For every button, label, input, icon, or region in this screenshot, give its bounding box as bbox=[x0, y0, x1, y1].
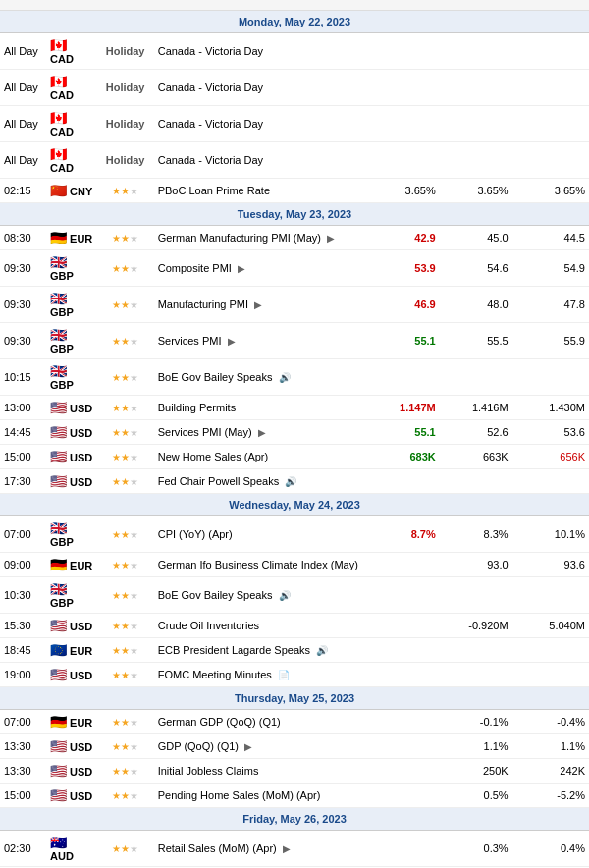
actual-value: 3.65% bbox=[405, 185, 436, 196]
speaker-icon: 🔊 bbox=[279, 590, 291, 601]
actual-value: 55.1 bbox=[414, 426, 435, 438]
col-header-imp bbox=[96, 0, 153, 11]
star-2-icon: ★ bbox=[121, 717, 130, 728]
event-currency: 🇺🇸 USD bbox=[46, 469, 96, 494]
speaker-icon: 🔊 bbox=[285, 476, 296, 487]
forecast-value: 48.0 bbox=[487, 298, 508, 310]
table-row: 13:30🇺🇸 USD★★★GDP (QoQ) (Q1) ▶1.1%1.1% bbox=[0, 734, 589, 759]
event-name: Manufacturing PMI ▶ bbox=[154, 287, 374, 323]
event-text: Canada - Victoria Day bbox=[158, 81, 263, 93]
event-name: Canada - Victoria Day bbox=[154, 33, 374, 70]
event-name: German GDP (QoQ) (Q1) bbox=[154, 710, 374, 734]
forecast-value: 1.416M bbox=[472, 402, 509, 413]
day-header-label: Thursday, May 25, 2023 bbox=[0, 687, 589, 710]
flag-icon: 🇺🇸 bbox=[50, 738, 67, 754]
star-3-icon: ★ bbox=[130, 670, 138, 680]
flag-icon: 🇺🇸 bbox=[50, 473, 67, 489]
star-2-icon: ★ bbox=[121, 621, 130, 631]
flag-icon: 🇬🇧 bbox=[50, 327, 67, 343]
star-1-icon: ★ bbox=[112, 476, 121, 487]
event-previous bbox=[512, 638, 589, 663]
event-actual bbox=[374, 638, 440, 663]
star-3-icon: ★ bbox=[130, 790, 138, 801]
star-1-icon: ★ bbox=[112, 233, 121, 244]
forecast-value: 0.5% bbox=[484, 789, 509, 801]
event-name: Pending Home Sales (MoM) (Apr) bbox=[154, 784, 374, 808]
currency-label: CAD bbox=[50, 53, 74, 65]
table-row: 09:00🇩🇪 EUR★★★German Ifo Business Climat… bbox=[0, 553, 589, 577]
event-currency: 🇺🇸 USD bbox=[46, 663, 96, 687]
day-header-row: Wednesday, May 24, 2023 bbox=[0, 494, 589, 516]
event-text: Fed Chair Powell Speaks bbox=[158, 475, 280, 487]
event-currency: 🇺🇸 USD bbox=[46, 759, 96, 784]
star-2-icon: ★ bbox=[121, 336, 130, 347]
star-2-icon: ★ bbox=[121, 560, 130, 570]
event-time: 09:30 bbox=[0, 287, 46, 323]
event-forecast: 663K bbox=[440, 445, 512, 469]
actual-value: 42.9 bbox=[414, 232, 435, 244]
star-2-icon: ★ bbox=[121, 299, 130, 310]
event-name: PBoC Loan Prime Rate bbox=[154, 179, 374, 203]
holiday-label: Holiday bbox=[106, 45, 145, 57]
event-time: 10:30 bbox=[0, 577, 46, 614]
event-name: German Manufacturing PMI (May) ▶ bbox=[154, 226, 374, 250]
revision-icon: ▶ bbox=[327, 233, 335, 244]
event-time: 09:30 bbox=[0, 323, 46, 359]
event-forecast bbox=[440, 70, 512, 106]
star-1-icon: ★ bbox=[112, 741, 121, 752]
star-3-icon: ★ bbox=[130, 741, 138, 752]
event-importance: ★★★ bbox=[96, 179, 153, 203]
event-time: All Day bbox=[0, 33, 46, 70]
holiday-label: Holiday bbox=[106, 154, 145, 166]
star-3-icon: ★ bbox=[130, 843, 138, 854]
actual-value: 46.9 bbox=[414, 298, 435, 310]
star-1-icon: ★ bbox=[112, 263, 121, 274]
event-actual bbox=[374, 553, 440, 577]
event-currency: 🇩🇪 EUR bbox=[46, 553, 96, 577]
event-forecast bbox=[440, 33, 512, 70]
star-3-icon: ★ bbox=[130, 476, 138, 487]
flag-icon: 🇬🇧 bbox=[50, 363, 67, 379]
star-2-icon: ★ bbox=[121, 790, 130, 801]
table-row: 09:30🇬🇧 GBP★★★Services PMI ▶55.155.555.9 bbox=[0, 323, 589, 359]
event-forecast: 93.0 bbox=[440, 553, 512, 577]
table-row: 15:00🇺🇸 USD★★★New Home Sales (Apr)683K66… bbox=[0, 445, 589, 469]
event-time: 18:45 bbox=[0, 638, 46, 663]
event-forecast: 3.65% bbox=[440, 179, 512, 203]
event-forecast: 0.5% bbox=[440, 784, 512, 808]
event-currency: 🇺🇸 USD bbox=[46, 420, 96, 445]
previous-value: 3.65% bbox=[555, 185, 585, 196]
event-text: ECB President Lagarde Speaks bbox=[158, 644, 310, 656]
flag-icon: 🇨🇦 bbox=[50, 146, 67, 162]
flag-icon: 🇺🇸 bbox=[50, 787, 67, 803]
event-actual: 55.1 bbox=[374, 420, 440, 445]
event-time: All Day bbox=[0, 70, 46, 106]
event-forecast: 48.0 bbox=[440, 287, 512, 323]
flag-icon: 🇨🇦 bbox=[50, 110, 67, 126]
event-previous bbox=[512, 359, 589, 396]
currency-label: USD bbox=[70, 766, 92, 778]
event-importance: ★★★ bbox=[96, 287, 153, 323]
star-3-icon: ★ bbox=[130, 529, 138, 540]
event-actual bbox=[374, 614, 440, 638]
forecast-value: 45.0 bbox=[487, 232, 508, 244]
forecast-value: 8.3% bbox=[484, 528, 509, 540]
star-1-icon: ★ bbox=[112, 645, 121, 656]
previous-value: 0.4% bbox=[561, 842, 585, 854]
flag-icon: 🇩🇪 bbox=[50, 557, 67, 572]
table-row: 13:00🇺🇸 USD★★★Building Permits1.147M1.41… bbox=[0, 396, 589, 420]
event-forecast: 1.1% bbox=[440, 734, 512, 759]
star-2-icon: ★ bbox=[121, 741, 130, 752]
star-1-icon: ★ bbox=[112, 452, 121, 462]
flag-icon: 🇬🇧 bbox=[50, 581, 67, 597]
event-importance: Holiday bbox=[96, 106, 153, 142]
event-importance: ★★★ bbox=[96, 250, 153, 287]
flag-icon: 🇺🇸 bbox=[50, 400, 67, 415]
star-1-icon: ★ bbox=[112, 621, 121, 631]
forecast-value: -0.920M bbox=[468, 620, 508, 631]
event-currency: 🇨🇦 CAD bbox=[46, 33, 96, 70]
event-text: Crude Oil Inventories bbox=[158, 620, 259, 631]
currency-label: GBP bbox=[50, 343, 74, 354]
forecast-value: 52.6 bbox=[487, 426, 508, 438]
event-previous: 53.6 bbox=[512, 420, 589, 445]
